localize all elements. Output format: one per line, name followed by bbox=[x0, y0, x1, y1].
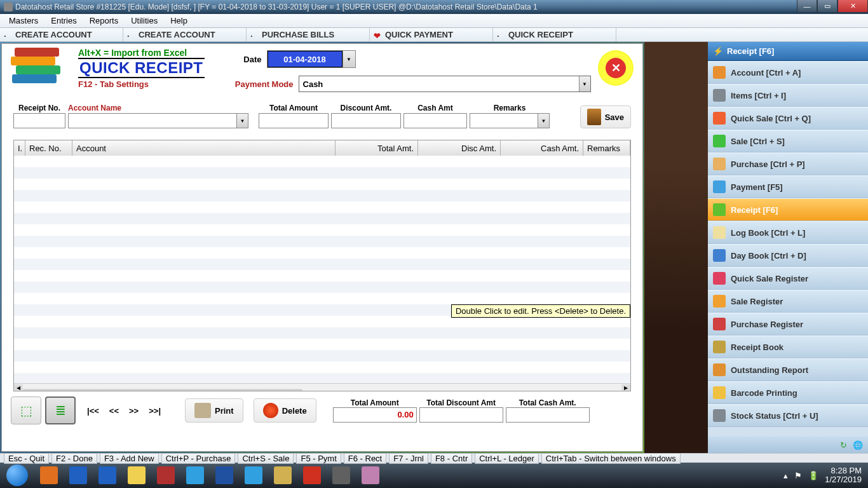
view-mode-1-button[interactable]: ⬚ bbox=[11, 396, 41, 424]
grid-hscrollbar[interactable]: ◀ ▶ bbox=[14, 383, 630, 391]
tab-quick-payment[interactable]: ❤QUICK PAYMENT bbox=[370, 28, 493, 41]
payment-mode-select[interactable]: Cash ▼ bbox=[299, 76, 591, 92]
globe-icon[interactable]: 🌐 bbox=[853, 440, 862, 449]
side-item-13[interactable]: Outstanding Report bbox=[708, 358, 868, 381]
tray-arrow-icon[interactable]: ▴ bbox=[783, 471, 788, 480]
grid-body[interactable] bbox=[14, 156, 630, 383]
side-item-icon bbox=[713, 386, 726, 399]
col-rec-no[interactable]: Rec. No. bbox=[25, 140, 72, 156]
nav-prev-button[interactable]: << bbox=[105, 402, 123, 419]
side-item-10[interactable]: Sale Register bbox=[708, 290, 868, 313]
receipt-no-input[interactable] bbox=[13, 113, 65, 128]
hint-f2: F2 - Done bbox=[51, 453, 97, 464]
col-cash-amt[interactable]: Cash Amt. bbox=[501, 140, 583, 156]
save-icon bbox=[587, 109, 601, 125]
side-item-label: Payment [F5] bbox=[731, 182, 783, 192]
form-close-button[interactable]: ✕ bbox=[598, 50, 634, 86]
side-item-5[interactable]: Payment [F5] bbox=[708, 175, 868, 198]
taskbar-app-3[interactable] bbox=[123, 464, 151, 487]
side-item-6[interactable]: Receipt [F6] bbox=[708, 198, 868, 221]
col-account[interactable]: Account bbox=[72, 140, 336, 156]
cash-amt-label: Cash Amt bbox=[403, 104, 467, 112]
account-name-select[interactable]: ▼ bbox=[68, 113, 248, 128]
col-total-amt[interactable]: Total Amt. bbox=[336, 140, 418, 156]
total-amount-sum: 0.00 bbox=[333, 407, 417, 423]
system-tray[interactable]: ▴ ⚑ 🔋 8:28 PM 1/27/2019 bbox=[783, 466, 868, 484]
tab-quick-receipt[interactable]: ·QUICK RECEIPT bbox=[493, 28, 616, 41]
col-disc-amt[interactable]: Disc Amt. bbox=[418, 140, 501, 156]
taskbar-app-2[interactable] bbox=[93, 464, 121, 487]
col-index[interactable]: I. bbox=[14, 140, 25, 156]
total-cash-sum-label: Total Cash Amt. bbox=[506, 398, 590, 407]
tray-flag-icon[interactable]: ⚑ bbox=[794, 471, 802, 480]
menu-help[interactable]: Help bbox=[164, 15, 194, 27]
grid-header: I. Rec. No. Account Total Amt. Disc Amt.… bbox=[14, 140, 630, 156]
tab-create-account-2[interactable]: ·CREATE ACCOUNT bbox=[123, 28, 247, 41]
discount-amt-input[interactable] bbox=[331, 113, 401, 128]
cash-amt-input[interactable] bbox=[403, 113, 467, 128]
side-item-label: Day Book [Ctrl + D] bbox=[731, 251, 806, 261]
clock[interactable]: 8:28 PM 1/27/2019 bbox=[825, 466, 862, 484]
col-remarks[interactable]: Remarks bbox=[583, 140, 630, 156]
date-dropdown-icon[interactable]: ▼ bbox=[342, 51, 355, 67]
account-icon: · bbox=[4, 31, 11, 39]
side-item-0[interactable]: Account [Ctrl + A] bbox=[708, 61, 868, 84]
side-item-8[interactable]: Day Book [Ctrl + D] bbox=[708, 244, 868, 267]
remarks-select[interactable]: ▼ bbox=[470, 113, 550, 128]
taskbar-app-1[interactable] bbox=[64, 464, 92, 487]
menubar: Masters Entries Reports Utilities Help bbox=[0, 14, 868, 28]
side-item-9[interactable]: Quick Sale Register bbox=[708, 267, 868, 290]
menu-reports[interactable]: Reports bbox=[83, 15, 125, 27]
tab-purchase-bills[interactable]: ·PURCHASE BILLS bbox=[247, 28, 370, 41]
side-item-14[interactable]: Barcode Printing bbox=[708, 381, 868, 404]
scroll-thumb[interactable] bbox=[23, 389, 302, 392]
scroll-left-icon[interactable]: ◀ bbox=[14, 384, 23, 392]
taskbar-app-5[interactable] bbox=[181, 464, 209, 487]
side-item-12[interactable]: Receipt Book bbox=[708, 336, 868, 358]
nav-next-button[interactable]: >> bbox=[125, 402, 142, 419]
save-button[interactable]: Save bbox=[580, 105, 631, 128]
total-discount-sum bbox=[419, 407, 503, 423]
taskbar-app-6[interactable] bbox=[210, 464, 238, 487]
menu-utilities[interactable]: Utilities bbox=[125, 15, 164, 27]
date-input[interactable]: 01-04-2018 ▼ bbox=[267, 50, 356, 68]
menu-masters[interactable]: Masters bbox=[3, 15, 44, 27]
side-item-7[interactable]: Log Book [Ctrl + L] bbox=[708, 221, 868, 244]
nav-first-button[interactable]: |<< bbox=[83, 402, 103, 419]
taskbar-app-0[interactable] bbox=[35, 464, 63, 487]
side-item-label: Sale Register bbox=[731, 297, 783, 306]
side-item-icon bbox=[713, 226, 726, 239]
taskbar-app-9[interactable] bbox=[298, 464, 326, 487]
taskbar-app-4[interactable] bbox=[152, 464, 180, 487]
tab-create-account-1[interactable]: ·CREATE ACCOUNT bbox=[0, 28, 123, 41]
taskbar-app-7[interactable] bbox=[240, 464, 268, 487]
menu-entries[interactable]: Entries bbox=[44, 15, 83, 27]
side-item-2[interactable]: Quick Sale [Ctrl + Q] bbox=[708, 107, 868, 130]
side-item-4[interactable]: Purchase [Ctrl + P] bbox=[708, 152, 868, 175]
side-item-11[interactable]: Purchase Register bbox=[708, 313, 868, 336]
nav-last-button[interactable]: >>| bbox=[145, 402, 165, 419]
account-name-label: Account Name bbox=[68, 104, 248, 112]
windows-orb-icon bbox=[6, 464, 28, 486]
side-item-1[interactable]: Items [Ctrl + I] bbox=[708, 84, 868, 107]
minimize-button[interactable]: — bbox=[797, 0, 817, 13]
taskbar-app-11[interactable] bbox=[356, 464, 384, 487]
refresh-icon[interactable]: ↻ bbox=[840, 440, 849, 449]
start-button[interactable] bbox=[0, 463, 34, 488]
side-item-3[interactable]: Sale [Ctrl + S] bbox=[708, 130, 868, 152]
view-mode-2-button[interactable]: ≣ bbox=[45, 396, 76, 424]
taskbar-app-8[interactable] bbox=[269, 464, 297, 487]
hint-f3: F3 - Add New bbox=[100, 453, 159, 464]
side-item-15[interactable]: Stock Status [Ctrl + U] bbox=[708, 404, 868, 427]
total-amount-input[interactable] bbox=[259, 113, 329, 128]
tray-battery-icon[interactable]: 🔋 bbox=[808, 471, 818, 480]
print-button[interactable]: Print bbox=[185, 398, 243, 423]
maximize-button[interactable]: ▭ bbox=[817, 0, 837, 13]
hint-ctrll: Ctrl+L - Ledger bbox=[475, 453, 539, 464]
remarks-label: Remarks bbox=[470, 104, 550, 112]
scroll-right-icon[interactable]: ▶ bbox=[621, 384, 630, 392]
hint-ctrlp: Ctrl+P - Purchase bbox=[161, 453, 236, 464]
delete-button[interactable]: Delete bbox=[254, 398, 316, 423]
window-close-button[interactable]: ✕ bbox=[837, 0, 868, 13]
taskbar-app-10[interactable] bbox=[327, 464, 355, 487]
